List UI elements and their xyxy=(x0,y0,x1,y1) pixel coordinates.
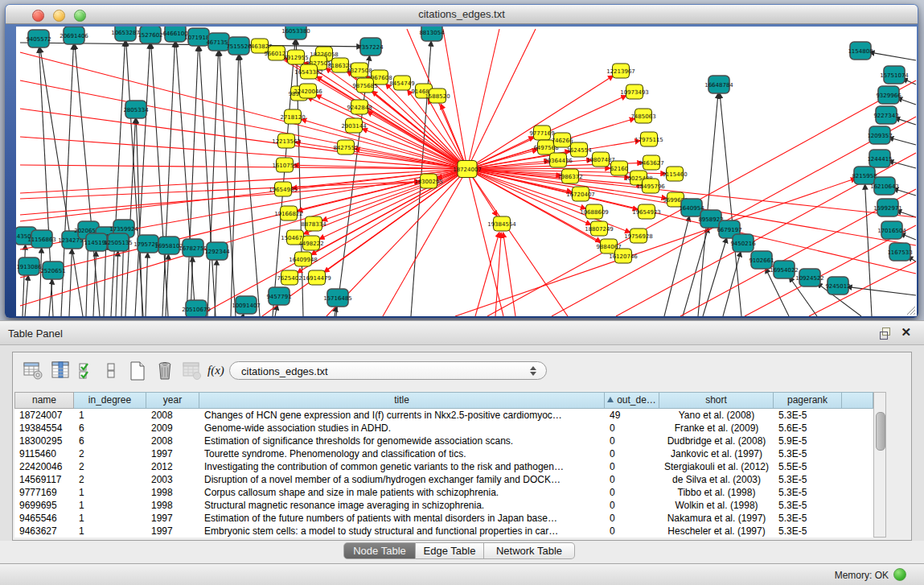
graph-edge[interactable] xyxy=(319,169,467,239)
table-cell[interactable]: Estimation of significance thresholds fo… xyxy=(199,435,605,447)
table-cell[interactable]: 14569117 xyxy=(14,473,74,486)
table-cell[interactable]: 9115460 xyxy=(14,447,74,460)
table-cell[interactable]: 19384554 xyxy=(14,422,74,435)
graph-edge[interactable] xyxy=(20,182,420,215)
table-cell[interactable]: Corpus callosum shape and size in male p… xyxy=(199,486,605,499)
table-row[interactable]: 1872400712008Changes of HCN gene express… xyxy=(14,409,873,422)
graph-edge[interactable] xyxy=(664,216,689,316)
table-cell[interactable]: 2012 xyxy=(146,460,199,473)
graph-edge[interactable] xyxy=(220,51,236,316)
column-header-short[interactable]: short xyxy=(659,392,774,409)
table-cell[interactable]: 5.6E-5 xyxy=(774,422,842,435)
graph-edge[interactable] xyxy=(302,119,467,169)
table-cell[interactable]: Dudbridge et al. (2008) xyxy=(659,435,774,447)
table-cell[interactable]: Jankovic et al. (1997) xyxy=(659,447,774,460)
table-options-icon[interactable] xyxy=(23,360,43,381)
table-row[interactable]: 1938455462009Genome-wide association stu… xyxy=(14,422,873,435)
graph-edge[interactable] xyxy=(316,95,467,169)
table-cell[interactable]: 49 xyxy=(605,409,659,422)
graph-edge[interactable] xyxy=(897,98,916,105)
window-title-bar[interactable]: citations_edges.txt xyxy=(6,5,918,24)
table-cell[interactable]: 18724007 xyxy=(14,409,74,422)
table-cell[interactable]: 5.3E-5 xyxy=(774,525,842,538)
table-cell[interactable]: 5.3E-5 xyxy=(774,512,842,525)
table-cell[interactable]: 1 xyxy=(74,486,146,499)
table-cell[interactable]: Franke et al. (2009) xyxy=(659,422,774,435)
table-cell[interactable]: Tourette syndrome. Phenomenology and cla… xyxy=(199,447,605,460)
table-cell[interactable]: 5.3E-5 xyxy=(774,486,842,499)
table-cell[interactable]: 2008 xyxy=(146,435,199,447)
graph-edge[interactable] xyxy=(151,43,168,316)
tab-node-table[interactable]: Node Table xyxy=(343,542,416,559)
table-cell[interactable]: 1997 xyxy=(146,512,199,525)
graph-edge[interactable] xyxy=(20,52,467,169)
table-cell[interactable]: Tibbo et al. (1998) xyxy=(659,486,774,499)
graph-edge[interactable] xyxy=(720,93,741,316)
graph-edge[interactable] xyxy=(20,137,467,169)
table-cell[interactable]: Wolkin et al. (1998) xyxy=(659,499,774,512)
function-builder-icon[interactable]: f(x) xyxy=(207,363,228,384)
network-canvas[interactable]: 1872400718300295193845547463822966012389… xyxy=(16,27,917,316)
graph-edge[interactable] xyxy=(467,29,499,169)
graph-edge[interactable] xyxy=(847,286,916,295)
table-cell[interactable]: 9699695 xyxy=(14,499,74,512)
table-cell[interactable]: Structural magnetic resonance image aver… xyxy=(199,499,605,512)
show-columns-icon[interactable] xyxy=(51,360,72,381)
table-cell[interactable]: 5.3E-5 xyxy=(774,447,842,460)
graph-edge[interactable] xyxy=(25,275,28,316)
table-row[interactable]: 1456911722003Disruption of a novel membe… xyxy=(14,473,873,486)
table-cell[interactable]: 1 xyxy=(74,525,146,538)
table-cell[interactable]: 1998 xyxy=(146,499,199,512)
table-cell[interactable]: Yano et al. (2008) xyxy=(659,409,774,422)
table-cell[interactable]: 0 xyxy=(605,486,659,499)
graph-edge[interactable] xyxy=(116,251,118,316)
graph-edge[interactable] xyxy=(889,161,916,168)
table-cell[interactable]: 0 xyxy=(605,460,659,473)
table-cell[interactable]: 1997 xyxy=(146,525,199,538)
graph-edge[interactable] xyxy=(39,248,42,316)
table-cell[interactable]: Changes of HCN gene expression and I(f) … xyxy=(199,409,605,422)
table-cell[interactable]: 5.3E-5 xyxy=(774,499,842,512)
table-cell[interactable]: 2 xyxy=(74,447,146,460)
column-header-pagerank[interactable]: pagerank xyxy=(774,392,842,409)
table-cell[interactable]: 1 xyxy=(74,512,146,525)
graph-edge[interactable] xyxy=(467,169,916,274)
column-header-in_degree[interactable]: in_degree xyxy=(74,392,146,409)
graph-edge[interactable] xyxy=(69,249,72,316)
table-cell[interactable]: 0 xyxy=(605,473,659,486)
table-cell[interactable]: 1 xyxy=(74,499,146,512)
table-cell[interactable]: Estimation of the future numbers of pati… xyxy=(199,512,605,525)
table-cell[interactable]: Stergiakouli et al. (2012) xyxy=(659,460,774,473)
graph-edge[interactable] xyxy=(231,55,239,316)
graph-edge[interactable] xyxy=(20,165,467,169)
graph-edge[interactable] xyxy=(869,52,916,60)
float-panel-icon[interactable] xyxy=(880,328,890,338)
graph-edge[interactable] xyxy=(475,233,499,316)
table-cell[interactable]: Disruption of a novel member of a sodium… xyxy=(199,473,605,486)
graph-edge[interactable] xyxy=(889,138,916,145)
row-height-icon[interactable] xyxy=(101,360,122,381)
close-panel-icon[interactable]: ✕ xyxy=(901,325,911,340)
table-cell[interactable]: 9463627 xyxy=(14,525,74,538)
graph-edge[interactable] xyxy=(467,160,592,169)
table-cell[interactable]: Genome-wide association studies in ADHD. xyxy=(199,422,605,435)
table-cell[interactable]: 9777169 xyxy=(14,486,74,499)
table-cell[interactable]: 1998 xyxy=(146,486,199,499)
table-row[interactable]: 946554611997Estimation of the future num… xyxy=(14,512,873,525)
table-vertical-scrollbar[interactable] xyxy=(873,392,886,538)
table-cell[interactable]: 0 xyxy=(605,499,659,512)
table-cell[interactable]: Hescheler et al. (1997) xyxy=(659,525,774,538)
table-cell[interactable]: 0 xyxy=(605,525,659,538)
graph-edge[interactable] xyxy=(162,42,175,316)
table-row[interactable]: 1830029562008Estimation of significance … xyxy=(14,435,873,447)
delete-table-icon[interactable] xyxy=(182,360,203,381)
graph-edge[interactable] xyxy=(703,238,727,316)
graph-edge[interactable] xyxy=(146,253,148,316)
column-header-year[interactable]: year xyxy=(146,392,199,409)
table-cell[interactable]: 2 xyxy=(74,473,146,486)
graph-edge[interactable] xyxy=(125,118,135,316)
table-cell[interactable]: 0 xyxy=(605,422,659,435)
select-all-rows-icon[interactable] xyxy=(77,360,98,381)
tab-network-table[interactable]: Network Table xyxy=(484,542,575,559)
tab-edge-table[interactable]: Edge Table xyxy=(416,542,484,559)
